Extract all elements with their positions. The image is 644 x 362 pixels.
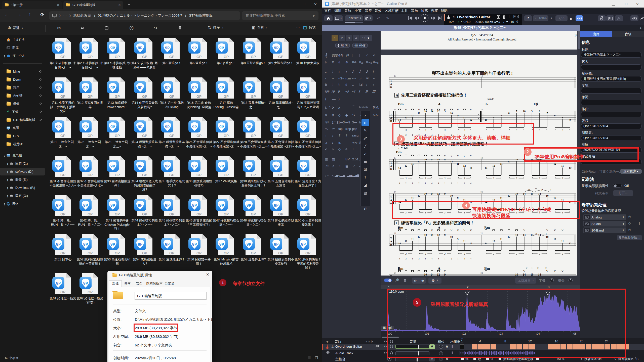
svg-text:sl: sl [535,233,537,235]
svg-text:19: 19 [531,273,534,276]
svg-text:11: 11 [457,162,459,165]
svg-text:12: 12 [508,160,510,163]
svg-text:10: 10 [450,194,453,197]
svg-text:11: 11 [561,164,564,167]
svg-text:3: 3 [405,177,407,180]
svg-text:12: 12 [437,110,440,113]
svg-text:V: V [561,229,564,232]
svg-text:1: 1 [444,182,446,185]
svg-text:12: 12 [569,242,572,245]
svg-text:V: V [431,229,433,232]
svg-text:A: A [438,226,440,230]
svg-text:14: 14 [538,192,541,195]
svg-text:12: 12 [492,240,495,243]
svg-text:V: V [554,229,556,232]
svg-text:2: 2 [451,182,452,185]
svg-text:14: 14 [431,110,433,113]
svg-text:P: P [546,233,547,235]
svg-text:3: 3 [464,253,465,255]
svg-text:12: 12 [437,192,440,195]
svg-text:simile~: simile~ [487,98,496,101]
svg-text:2: 2 [406,182,407,185]
svg-text:11: 11 [500,197,503,199]
svg-text:7: 7 [501,114,502,117]
svg-text:10: 10 [515,234,518,236]
svg-text:彈不出主樂句的人,先用下面的句子修行吧！: 彈不出主樂句的人,先用下面的句子修行吧！ [432,71,514,76]
svg-text:21: 21 [394,232,396,235]
svg-text:4: 4 [470,257,472,260]
svg-text:22: 22 [480,232,483,235]
svg-text:A: A [396,94,398,97]
svg-text:練習掌握比「B」更多變換和弦的樂句！: 練習掌握比「B」更多變換和弦的樂句！ [401,220,474,225]
svg-text:V: V [457,108,459,111]
svg-text:4: 4 [431,182,433,185]
svg-text:12: 12 [492,164,495,167]
svg-text:18: 18 [480,157,483,159]
svg-text:V: V [463,229,465,232]
svg-text:1: 1 [425,257,426,260]
svg-text:14: 14 [398,242,401,245]
svg-text:7: 7 [547,112,548,115]
svg-text:T: T [390,79,392,82]
svg-text:14: 14 [523,234,526,236]
svg-text:12: 12 [405,164,408,167]
svg-text:1/2: 1/2 [574,34,577,37]
svg-text:V: V [546,269,548,273]
svg-text:12: 12 [470,242,472,245]
svg-text:12: 12 [553,197,556,199]
svg-text:14: 14 [430,273,433,276]
svg-text:1: 1 [444,257,446,260]
svg-text:P: P [537,267,539,269]
svg-text:A: A [438,102,441,106]
svg-text:17: 17 [394,157,396,159]
svg-text:4: 4 [470,182,472,185]
svg-text:19: 19 [394,191,396,193]
svg-text:9: 9 [457,114,459,117]
svg-text:16: 16 [480,108,483,111]
svg-text:12: 12 [437,234,440,236]
svg-text:V: V [418,108,420,111]
svg-text:9: 9 [444,234,446,236]
svg-text:10: 10 [523,110,526,113]
svg-text:11: 11 [500,238,503,241]
svg-text:= 125: = 125 [401,146,409,150]
svg-text:1: 1 [412,257,413,260]
svg-text:Bm: Bm [398,226,404,230]
svg-text:B: B [390,168,392,171]
svg-text:V: V [444,154,446,157]
svg-text:B: B [390,119,392,122]
svg-text:C: C [396,221,398,225]
svg-text:V: V [457,154,459,157]
svg-text:3: 3 [425,177,426,180]
svg-text:8: 8 [508,112,510,115]
svg-text:11: 11 [463,116,466,119]
svg-text:3: 3 [464,177,465,180]
svg-text:Bm: Bm [484,266,490,270]
svg-text:13: 13 [394,75,396,77]
svg-text:12: 12 [450,160,453,163]
svg-text:12: 12 [405,240,408,243]
svg-text:12: 12 [418,236,420,238]
svg-text:14: 14 [398,167,401,169]
svg-text:Bm: Bm [484,226,490,230]
svg-text:14: 14 [523,273,526,276]
svg-text:12: 12 [418,160,420,163]
svg-text:10: 10 [450,236,453,238]
svg-text:12: 12 [553,162,556,165]
svg-text:10: 10 [546,236,549,238]
svg-text:12: 12 [553,238,556,241]
svg-text:14: 14 [431,234,433,236]
svg-text:9: 9 [570,118,571,121]
svg-text:V: V [523,269,525,273]
svg-text:3: 3 [425,253,426,255]
svg-text:1: 1 [457,182,459,185]
svg-text:3: 3 [562,177,563,180]
svg-text:P: P [545,267,547,269]
svg-text:10: 10 [424,234,427,236]
svg-text:12: 12 [508,236,510,238]
svg-text:10: 10 [515,192,518,195]
svg-text:14: 14 [398,118,401,121]
svg-text:10: 10 [424,158,427,161]
svg-text:T: T [390,237,392,240]
svg-text:V: V [450,154,452,157]
